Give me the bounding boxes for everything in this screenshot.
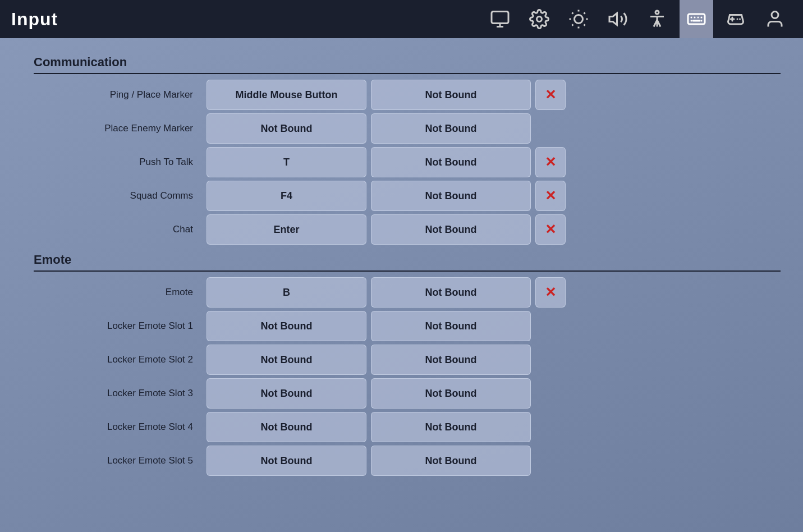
secondary-key-ping[interactable]: Not Bound [371,80,531,110]
primary-key-locker-4[interactable]: Not Bound [207,412,366,442]
clear-btn-placeholder-locker-3 [535,378,566,409]
gear-icon [529,9,549,29]
audio-icon [608,9,628,29]
brightness-icon [568,9,589,29]
binding-row-locker-2: Locker Emote Slot 2 Not Bound Not Bound [34,345,781,375]
svg-point-14 [655,11,659,14]
topbar: Input [0,0,803,38]
svg-line-12 [584,12,585,13]
controller-icon [726,9,746,29]
clear-btn-squad-comms[interactable]: ✕ [535,181,566,211]
clear-btn-placeholder-locker-2 [535,345,566,375]
secondary-key-chat[interactable]: Not Bound [371,214,531,245]
account-icon [765,9,785,29]
secondary-key-squad-comms[interactable]: Not Bound [371,181,531,211]
secondary-key-emote[interactable]: Not Bound [371,277,531,308]
svg-line-11 [572,25,573,26]
main-content: Communication Ping / Place Marker Middle… [0,38,803,532]
label-enemy-marker: Place Enemy Marker [34,123,202,134]
topbar-icons [483,0,792,38]
emote-heading: Emote [34,253,781,267]
binding-row-ping: Ping / Place Marker Middle Mouse Button … [34,80,781,110]
label-locker-4: Locker Emote Slot 4 [34,421,202,433]
binding-row-locker-3: Locker Emote Slot 3 Not Bound Not Bound [34,378,781,409]
page-title: Input [11,9,483,30]
label-locker-3: Locker Emote Slot 3 [34,388,202,399]
binding-row-locker-1: Locker Emote Slot 1 Not Bound Not Bound [34,311,781,341]
settings-icon-btn[interactable] [522,0,556,38]
communication-divider [34,73,781,74]
label-emote: Emote [34,287,202,298]
svg-rect-0 [492,12,508,24]
clear-btn-chat[interactable]: ✕ [535,214,566,245]
svg-line-7 [572,12,573,13]
brightness-icon-btn[interactable] [562,0,595,38]
primary-key-squad-comms[interactable]: F4 [207,181,366,211]
secondary-key-locker-1[interactable]: Not Bound [371,311,531,341]
account-icon-btn[interactable] [758,0,792,38]
input-icon-btn[interactable] [680,0,713,38]
label-locker-2: Locker Emote Slot 2 [34,354,202,365]
secondary-key-locker-2[interactable]: Not Bound [371,345,531,375]
clear-btn-placeholder-enemy-marker [535,113,566,144]
label-locker-1: Locker Emote Slot 1 [34,320,202,332]
primary-key-locker-5[interactable]: Not Bound [207,446,366,476]
clear-btn-push-to-talk[interactable]: ✕ [535,147,566,177]
binding-row-emote: Emote B Not Bound ✕ [34,277,781,308]
label-push-to-talk: Push To Talk [34,157,202,168]
primary-key-enemy-marker[interactable]: Not Bound [207,113,366,144]
display-icon-btn[interactable] [483,0,517,38]
communication-heading: Communication [34,55,781,70]
display-icon [490,9,510,29]
emote-divider [34,270,781,272]
communication-section: Communication Ping / Place Marker Middle… [34,55,781,245]
binding-row-push-to-talk: Push To Talk T Not Bound ✕ [34,147,781,177]
primary-key-ping[interactable]: Middle Mouse Button [207,80,366,110]
binding-row-squad-comms: Squad Comms F4 Not Bound ✕ [34,181,781,211]
svg-marker-13 [609,13,617,25]
svg-rect-15 [688,14,705,24]
controller-icon-btn[interactable] [719,0,752,38]
label-chat: Chat [34,224,202,235]
clear-btn-placeholder-locker-1 [535,311,566,341]
primary-key-locker-1[interactable]: Not Bound [207,311,366,341]
clear-btn-placeholder-locker-5 [535,446,566,476]
accessibility-icon [647,9,667,29]
binding-row-enemy-marker: Place Enemy Marker Not Bound Not Bound [34,113,781,144]
label-ping: Ping / Place Marker [34,89,202,100]
binding-row-locker-4: Locker Emote Slot 4 Not Bound Not Bound [34,412,781,442]
secondary-key-locker-4[interactable]: Not Bound [371,412,531,442]
svg-point-4 [575,15,583,24]
primary-key-locker-2[interactable]: Not Bound [207,345,366,375]
clear-btn-ping[interactable]: ✕ [535,80,566,110]
clear-btn-placeholder-locker-4 [535,412,566,442]
clear-btn-emote[interactable]: ✕ [535,277,566,308]
keyboard-icon [686,9,706,29]
emote-section: Emote Emote B Not Bound ✕ Locker Emote S… [34,253,781,476]
secondary-key-push-to-talk[interactable]: Not Bound [371,147,531,177]
binding-row-locker-5: Locker Emote Slot 5 Not Bound Not Bound [34,446,781,476]
accessibility-icon-btn[interactable] [640,0,674,38]
secondary-key-locker-3[interactable]: Not Bound [371,378,531,409]
secondary-key-locker-5[interactable]: Not Bound [371,446,531,476]
primary-key-locker-3[interactable]: Not Bound [207,378,366,409]
primary-key-chat[interactable]: Enter [207,214,366,245]
svg-point-3 [537,17,542,22]
binding-row-chat: Chat Enter Not Bound ✕ [34,214,781,245]
svg-line-8 [584,25,585,26]
primary-key-emote[interactable]: B [207,277,366,308]
svg-point-23 [772,12,778,19]
secondary-key-enemy-marker[interactable]: Not Bound [371,113,531,144]
label-squad-comms: Squad Comms [34,190,202,201]
content-scroll[interactable]: Communication Ping / Place Marker Middle… [0,38,803,532]
audio-icon-btn[interactable] [601,0,635,38]
primary-key-push-to-talk[interactable]: T [207,147,366,177]
label-locker-5: Locker Emote Slot 5 [34,455,202,466]
